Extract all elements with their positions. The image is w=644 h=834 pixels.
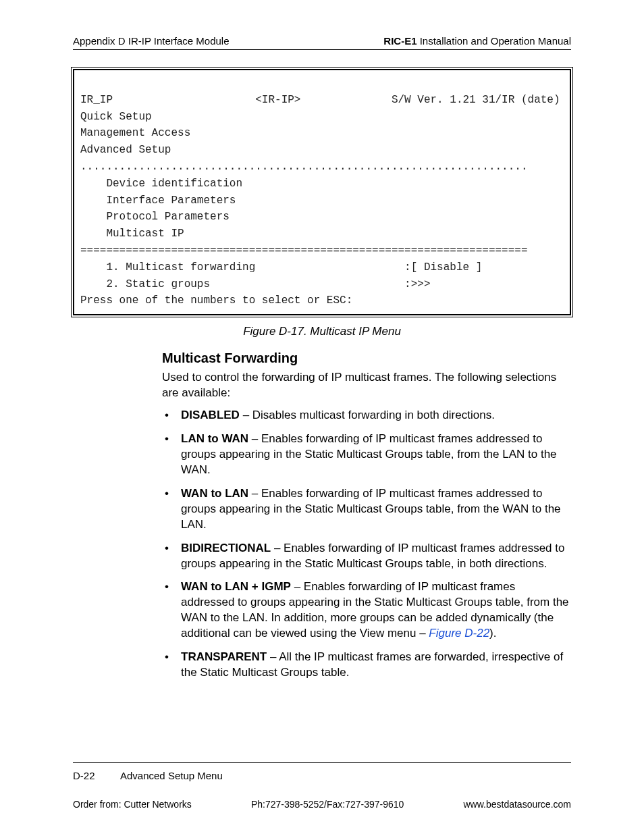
section-heading: Multicast Forwarding (162, 350, 571, 366)
terminal-option-2-label: 2. Static groups (80, 278, 210, 290)
intro-paragraph: Used to control the forwarding of IP mul… (162, 370, 571, 401)
option-name: WAN to LAN (181, 487, 248, 500)
terminal-prompt: Press one of the numbers to select or ES… (80, 294, 352, 307)
list-item: WAN to LAN + IGMP – Enables forwarding o… (162, 579, 571, 642)
order-phone: Ph:727-398-5252/Fax:727-397-9610 (251, 799, 404, 810)
terminal-quick-setup: Quick Setup (80, 111, 152, 123)
option-name: WAN to LAN + IGMP (181, 580, 291, 593)
list-item: TRANSPARENT – All the IP multicast frame… (162, 650, 571, 681)
option-name: BIDIRECTIONAL (181, 542, 271, 554)
page-header: Appendix D IR-IP Interface Module RIC-E1… (73, 35, 571, 50)
footer-section: Advanced Setup Menu (120, 770, 223, 781)
terminal-option-2: 2. Static groups :>>> (80, 278, 430, 290)
header-left: Appendix D IR-IP Interface Module (73, 35, 230, 47)
terminal-option-1-value: :[ Disable ] (404, 261, 482, 273)
terminal-protocol-params: Protocol Parameters (80, 211, 230, 223)
order-from: Order from: Cutter Networks (73, 799, 192, 810)
options-list: DISABLED – Disables multicast forwarding… (162, 408, 571, 681)
terminal-multicast-ip: Multicast IP (80, 228, 184, 240)
terminal-mgmt-access: Management Access (80, 127, 190, 139)
option-name: DISABLED (181, 409, 240, 421)
terminal-option-1: 1. Multicast forwarding :[ Disable ] (80, 261, 482, 273)
page-number: D-22 (73, 770, 120, 781)
terminal-divider: ========================================… (80, 244, 528, 257)
figure-caption: Figure D-17. Multicast IP Menu (73, 325, 571, 338)
header-subtitle: Installation and Operation Manual (417, 35, 571, 47)
option-desc-tail: ). (489, 627, 496, 640)
header-product: RIC-E1 (383, 35, 417, 47)
terminal-option-1-label: 1. Multicast forwarding (80, 261, 255, 273)
page-footer: D-22 Advanced Setup Menu (73, 762, 571, 781)
order-footer: Order from: Cutter Networks Ph:727-398-5… (73, 799, 571, 810)
terminal-device: <IR-IP> (255, 94, 300, 106)
order-url: www.bestdatasource.com (463, 799, 571, 810)
terminal-interface-params: Interface Parameters (80, 194, 236, 207)
header-right: RIC-E1 Installation and Operation Manual (383, 35, 571, 47)
terminal-option-2-value: :>>> (404, 278, 430, 290)
option-desc: – Disables multicast forwarding in both … (240, 409, 495, 421)
terminal-device-id: Device identification (80, 178, 242, 190)
terminal-screen: IR_IP <IR-IP> S/W Ver. 1.21 31/IR (date)… (73, 69, 571, 315)
list-item: WAN to LAN – Enables forwarding of IP mu… (162, 486, 571, 533)
terminal-hostname: IR_IP (80, 94, 113, 106)
option-name: TRANSPARENT (181, 650, 267, 663)
terminal-version: S/W Ver. 1.21 31/IR (date) (392, 94, 560, 106)
list-item: LAN to WAN – Enables forwarding of IP mu… (162, 432, 571, 478)
terminal-title-row: IR_IP <IR-IP> S/W Ver. 1.21 31/IR (date) (80, 94, 560, 106)
option-name: LAN to WAN (181, 432, 248, 445)
figure-link[interactable]: Figure D-22 (429, 627, 489, 640)
terminal-dots: ........................................… (80, 161, 528, 173)
list-item: BIDIRECTIONAL – Enables forwarding of IP… (162, 541, 571, 572)
content-body: Multicast Forwarding Used to control the… (162, 350, 571, 681)
terminal-advanced-setup: Advanced Setup (80, 144, 171, 156)
list-item: DISABLED – Disables multicast forwarding… (162, 408, 571, 423)
